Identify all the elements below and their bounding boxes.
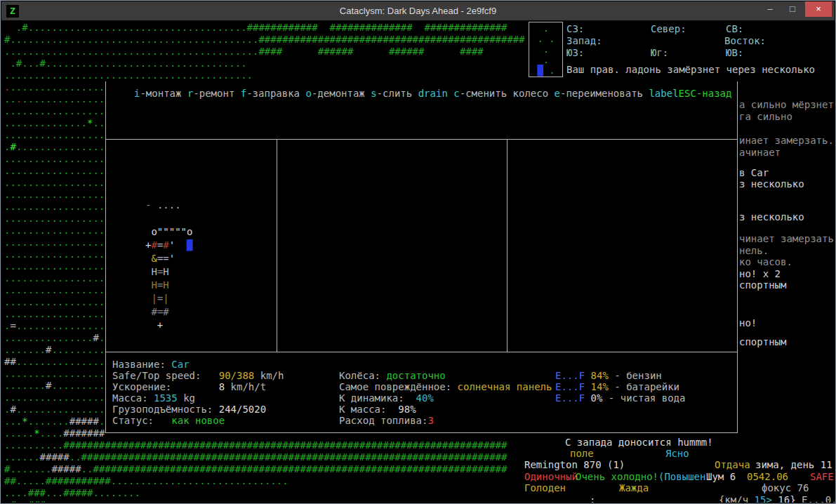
vehicle-art: - .... o"""""o+#=#' █ &==' H=H H=H |=| #… [145,199,192,332]
text-row: ......#####..###########################… [4,451,507,463]
text-row: ...*.......#####. [4,416,105,427]
text-row: . . [531,34,562,44]
text-row: Масса: 1535 kg [112,392,284,404]
text-row: H=H [145,279,192,292]
text-row: .......#......... [4,344,105,356]
status-location: поле [570,448,594,459]
text-row: - .... [145,199,192,212]
message-line: ко часов. [739,256,792,267]
text-row: . [531,55,562,65]
text-row: ...............#. [4,332,105,344]
message-line: в Car [739,167,769,178]
window-titlebar[interactable]: Z Cataclysm: Dark Days Ahead - 2e9fcf9 –… [1,1,835,20]
text-row: .#............... [4,141,105,153]
parts-list-panel [277,139,507,352]
message-line: ачинает [739,147,781,158]
compass-sw: ЮЗ: [566,47,584,58]
status-time: 0542.06 [747,471,788,482]
text-row: . [531,23,562,34]
text-row: Е...F 84% - бензин [555,370,685,381]
status-safe-mode: SAFE [810,471,834,482]
status-weather: Ясно [665,448,689,459]
text-row: ................. [4,392,105,404]
text-row: |=| [145,292,192,305]
vehicle-menu-bar: i-монтаж r-ремонт f-заправка o-демонтаж … [105,81,738,139]
compass-se: ЮВ: [726,47,743,58]
text-row: &==' [145,252,192,265]
text-row: Колёса: достаточно [339,370,552,381]
status-date: зима, день 11 [755,459,832,470]
text-row: Расход топлива:3 [339,415,552,426]
text-row: .#..### [4,499,507,503]
maximize-button[interactable]: □ [781,1,804,17]
text-row: ................. [4,93,105,105]
vehicle-menu-row: i-монтаж r-ремонт f-заправка o-демонтаж … [106,81,737,100]
text-row: . [531,44,562,55]
part-details-panel [507,139,738,352]
text-row: #.......#####..#########################… [4,463,507,475]
status-temp-modifier: (Повышен [658,471,705,482]
text-row: #=# [145,305,192,319]
message-line: спортным [739,279,786,291]
stats-col-condition: Колёса: достаточноСамое повреждённое: со… [339,370,552,426]
message-line: инает замерзать. [739,135,834,146]
esc-back-label[interactable]: ESC-назад [679,88,732,100]
text-row: .#............... [4,404,105,416]
message-line: чинает замерзать. [739,233,835,244]
text-row: Самое повреждённое: солнечная панель [339,381,552,392]
status-fire-mode: Одиночный [524,471,578,482]
message-line: га сильно [739,111,792,122]
text-row [145,212,192,225]
status-hunger: Голоден [524,482,566,493]
text-row: H=H [145,265,192,279]
message-line: нель. [739,245,769,256]
text-row: ##............... [4,356,105,368]
text-row: ................. [4,165,105,177]
freeze-warning: Ваш прав. ладонь замёрзнет через несколь… [566,64,815,75]
text-row: ................. [4,153,105,165]
vehicle-menu-commands[interactable]: i-монтаж r-ремонт f-заправка o-демонтаж … [134,88,679,100]
close-button[interactable]: × [805,1,832,17]
vehicle-stats-panel: Название: CarSafe/Top speed: 90/388 km/h… [105,352,738,433]
text-row: ##.....###########......................… [4,475,507,487]
text-row: .#.....................................#… [4,22,525,34]
text-row: К динамика: 40% [339,392,552,404]
text-row: ................. [4,201,105,213]
text-row: Грузоподъёмность: 244/5020 [112,404,284,415]
compass-s: Юг: [651,47,668,58]
status-thirst: Жажда [619,482,649,493]
text-row: ................. [4,237,105,248]
text-row: .....*....####### [4,427,105,439]
status-recoil: Отдача [715,459,750,470]
text-row: {км/ч 15> 16} Е...0. [719,494,835,503]
message-line: но! [739,317,757,329]
text-row: ................. [4,272,105,284]
message-line: но! x 2 [739,268,781,279]
text-row: ................. [4,105,105,117]
text-row: ................. [4,284,105,296]
map-top: .#.....................................#… [4,22,525,81]
text-row: o"""""o [145,225,192,239]
text-row: .=............... [4,320,105,332]
text-row: ................. [4,248,105,260]
status-temperature: Очень холодно! [576,471,658,482]
map-bottom: ..........##############################… [4,439,507,503]
minimize-button[interactable]: – [759,1,781,17]
status-weapon: Remington 870 (1) [524,459,625,470]
compass-ne: СВ: [726,23,743,34]
text-row: ................. [4,308,105,320]
text-row: ................. [4,213,105,225]
text-row: ..........##############################… [4,439,507,451]
text-row: ....###...#####........ [4,487,507,499]
status-stamina: : [590,494,595,503]
compass-w: Запад: [566,35,602,46]
text-row: Статус: как новое [112,415,284,426]
status-speed: {км/ч 15> 16} Е...0. [719,494,835,503]
text-row: .......#......... [4,380,105,392]
text-row: █ . [531,65,562,76]
message-line: з несколько [739,211,804,223]
text-row: .#...#.................................. [4,58,525,69]
compass-nw: СЗ: [566,23,584,34]
text-row: ................. [4,129,105,141]
compass-n: Север: [651,23,686,34]
